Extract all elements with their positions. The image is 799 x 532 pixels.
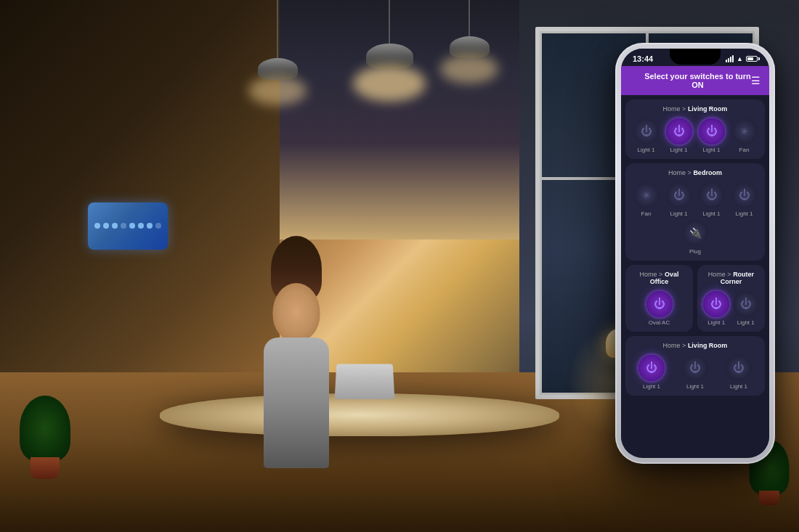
switch-dot — [103, 223, 109, 229]
power-icon: ⏻ — [654, 298, 665, 310]
fan-icon: ✳ — [740, 126, 749, 137]
device-label-lr-light1: Light 1 — [637, 147, 654, 153]
device-btn-lr-light1[interactable]: ⏻ — [633, 118, 660, 144]
switch-dot — [94, 223, 100, 229]
dynamic-island — [670, 49, 721, 65]
plug-icon: 🔌 — [689, 227, 702, 239]
person-body — [264, 337, 329, 468]
power-icon: ⏻ — [733, 362, 745, 374]
switch-dot — [138, 223, 144, 229]
battery-icon — [746, 56, 758, 62]
device-item-br-light2[interactable]: ⏻ Light 1 — [699, 182, 725, 217]
device-item-lr2-light2[interactable]: ⏻ Light 1 — [682, 355, 708, 390]
battery-fill — [747, 57, 753, 60]
app-title: Select your switches to turn ON — [644, 72, 751, 89]
device-label-lr-light2: Light 1 — [670, 147, 687, 153]
app-content[interactable]: Home > Living Room ⏻ Light 1 ⏻ — [621, 95, 769, 454]
device-item-lr-light2[interactable]: ⏻ Light 1 — [666, 118, 692, 153]
device-btn-br-fan[interactable]: ✳ — [633, 182, 660, 208]
power-icon: ⏻ — [646, 362, 657, 374]
power-icon: ⏻ — [739, 189, 750, 201]
plant-left — [16, 392, 74, 479]
device-label-br-light3: Light 1 — [735, 210, 753, 217]
device-btn-lr-fan[interactable]: ✳ — [731, 118, 758, 144]
plant-pot-right — [759, 491, 779, 505]
room-label-router-corner: Home > Router Corner — [703, 271, 759, 285]
device-btn-rc-light1[interactable]: ⏻ — [703, 291, 729, 317]
phone-frame: 13:44 ▲ Select your swit — [615, 43, 775, 464]
device-item-br-plug[interactable]: 🔌 Plug — [682, 220, 708, 255]
room-section-router-corner: Home > Router Corner ⏻ Light 1 ⏻ — [697, 265, 765, 332]
room-label-living-room: Home > Living Room — [631, 105, 759, 112]
device-btn-rc-light2[interactable]: ⏻ — [733, 291, 759, 317]
device-item-lr2-light1[interactable]: ⏻ Light 1 — [638, 355, 665, 390]
plant-pot — [31, 457, 60, 479]
hanging-lamp-3 — [447, 0, 491, 83]
power-icon: ⏻ — [706, 126, 718, 137]
device-label-br-fan: Fan — [641, 210, 652, 217]
room-section-oval-office: Home > Oval Office ⏻ Oval AC — [625, 265, 693, 332]
switch-dot — [112, 223, 118, 229]
hanging-lamp-1 — [256, 0, 299, 105]
device-item-br-light3[interactable]: ⏻ Light 1 — [731, 182, 758, 217]
device-btn-lr2-light2[interactable]: ⏻ — [682, 355, 708, 381]
device-row-living-room-2: ⏻ Light 1 ⏻ Light 1 ⏻ — [631, 355, 759, 390]
device-label-br-plug: Plug — [689, 248, 701, 255]
device-label-br-light2: Light 1 — [702, 210, 720, 217]
hanging-lamp-2 — [368, 0, 411, 102]
menu-icon: ☰ — [751, 75, 761, 86]
two-col-sections: Home > Oval Office ⏻ Oval AC Ho — [625, 265, 765, 332]
app-header: Select your switches to turn ON ☰ — [621, 66, 769, 95]
device-row-router-corner: ⏻ Light 1 ⏻ Light 1 — [703, 291, 759, 326]
device-label-lr2-light3: Light 1 — [730, 383, 747, 390]
device-btn-br-light1[interactable]: ⏻ — [666, 182, 692, 208]
person — [224, 236, 369, 468]
phone-screen: 13:44 ▲ Select your swit — [621, 49, 769, 458]
smart-wall-switch — [88, 202, 168, 250]
switch-dot — [155, 223, 161, 229]
power-icon: ⏻ — [710, 298, 722, 310]
power-icon: ⏻ — [673, 189, 685, 201]
device-btn-br-light2[interactable]: ⏻ — [699, 182, 725, 208]
device-item-lr-light1[interactable]: ⏻ Light 1 — [633, 118, 660, 153]
device-btn-lr-light3[interactable]: ⏻ — [699, 118, 725, 144]
device-item-br-light1[interactable]: ⏻ Light 1 — [666, 182, 692, 217]
device-item-lr-light3[interactable]: ⏻ Light 1 — [699, 118, 725, 153]
device-item-br-fan[interactable]: ✳ Fan — [633, 182, 660, 217]
status-icons: ▲ — [726, 55, 758, 62]
device-label-lr2-light1: Light 1 — [643, 383, 660, 390]
device-btn-oo-ac[interactable]: ⏻ — [646, 291, 673, 317]
switch-dot — [129, 223, 135, 229]
device-row-bedroom: ✳ Fan ⏻ Light 1 ⏻ — [631, 182, 759, 255]
plant-leaves — [20, 396, 70, 461]
laptop — [335, 364, 395, 398]
switch-dot — [147, 223, 153, 229]
person-head — [273, 283, 320, 341]
room-section-living-room-2: Home > Living Room ⏻ Light 1 ⏻ — [625, 336, 765, 396]
room-section-bedroom: Home > Bedroom ✳ Fan ⏻ Light 1 — [625, 163, 765, 261]
power-icon: ⏻ — [706, 189, 718, 201]
device-label-oo-ac: Oval AC — [649, 319, 670, 326]
device-btn-lr-light2[interactable]: ⏻ — [666, 118, 692, 144]
device-row-oval-office: ⏻ Oval AC — [631, 291, 687, 326]
device-item-oo-ac[interactable]: ⏻ Oval AC — [646, 291, 673, 326]
device-item-rc-light1[interactable]: ⏻ Light 1 — [703, 291, 729, 326]
device-btn-lr2-light1[interactable]: ⏻ — [638, 355, 665, 381]
device-item-lr2-light3[interactable]: ⏻ Light 1 — [726, 355, 752, 390]
device-label-lr2-light2: Light 1 — [686, 383, 704, 390]
phone-container: 13:44 ▲ Select your swit — [615, 43, 775, 464]
power-icon: ⏻ — [641, 126, 652, 137]
device-item-rc-light2[interactable]: ⏻ Light 1 — [733, 291, 759, 326]
room-label-bedroom: Home > Bedroom — [631, 169, 759, 176]
power-icon: ⏻ — [740, 298, 752, 310]
device-btn-br-light3[interactable]: ⏻ — [731, 182, 758, 208]
device-btn-br-plug[interactable]: 🔌 — [682, 220, 708, 246]
device-row-living-room: ⏻ Light 1 ⏻ Light 1 ⏻ — [631, 118, 759, 153]
device-item-lr-fan[interactable]: ✳ Fan — [731, 118, 758, 153]
device-label-lr-fan: Fan — [739, 147, 750, 153]
device-btn-lr2-light3[interactable]: ⏻ — [726, 355, 752, 381]
room-section-living-room: Home > Living Room ⏻ Light 1 ⏻ — [625, 99, 765, 159]
device-label-br-light1: Light 1 — [670, 210, 687, 217]
power-icon: ⏻ — [673, 126, 685, 137]
device-label-rc-light2: Light 1 — [737, 319, 755, 326]
